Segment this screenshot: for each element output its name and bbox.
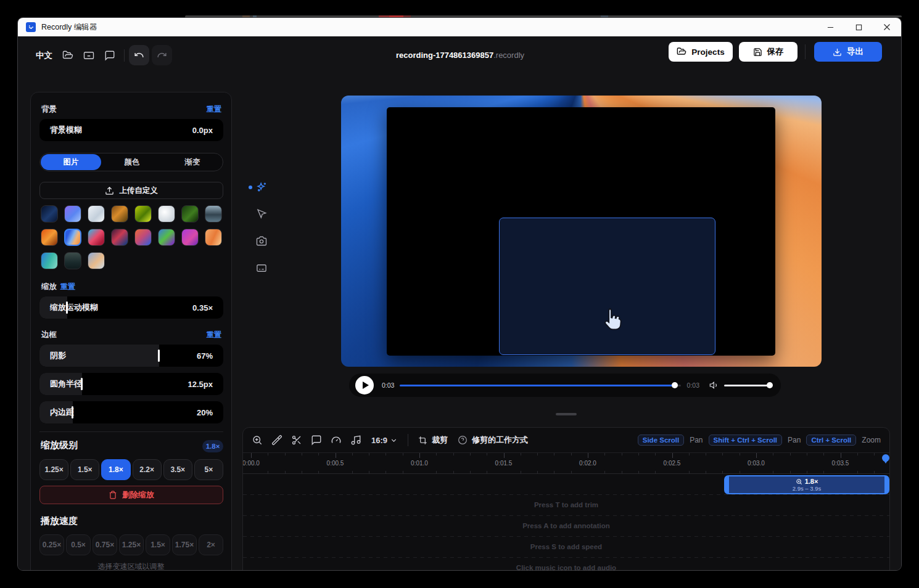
background-thumbnail-9[interactable] [41, 229, 58, 246]
playback-speed-option-0.75×[interactable]: 0.75× [93, 534, 117, 555]
annotation-track[interactable]: Press A to add annotation [243, 515, 889, 536]
upload-custom-button[interactable]: 上传自定义 [39, 182, 223, 199]
playback-speed-option-1.75×[interactable]: 1.75× [172, 534, 197, 555]
magic-wand-icon[interactable] [271, 435, 282, 446]
background-thumbnail-4[interactable] [111, 205, 128, 223]
camera-tool-button[interactable] [256, 235, 268, 248]
corner-radius-slider[interactable]: 圆角半径 12.5px [39, 373, 223, 395]
export-label: 导出 [847, 46, 863, 57]
background-thumbnail-19[interactable] [88, 252, 105, 269]
playback-speed-option-0.25×[interactable]: 0.25× [39, 534, 64, 555]
background-thumbnail-16[interactable] [205, 229, 222, 246]
volume-icon[interactable] [709, 380, 719, 390]
playback-speed-option-1.25×[interactable]: 1.25× [119, 534, 144, 555]
zoom-level-option-2.2×[interactable]: 2.2× [133, 459, 162, 480]
speed-track[interactable]: Press S to add speed [243, 536, 889, 557]
timeline-zoom-in-icon[interactable] [252, 435, 263, 446]
zoom-level-badge: 1.8× [202, 440, 223, 452]
volume-track[interactable] [724, 385, 771, 386]
ruler-major-tick [588, 453, 588, 458]
preview-canvas[interactable] [341, 96, 822, 367]
background-reset-link[interactable]: 重置 [207, 104, 221, 115]
playback-bar: 0:03 0:03 [349, 374, 781, 397]
border-reset-link[interactable]: 重置 [207, 330, 221, 340]
background-blur-slider[interactable]: 背景模糊 0.0px [39, 119, 223, 141]
background-thumbnail-3[interactable] [88, 205, 105, 223]
zoom-region-selection[interactable] [499, 218, 715, 355]
background-thumbnail-18[interactable] [64, 252, 81, 269]
caption-tool-button[interactable] [256, 263, 268, 275]
annotation-track-hint: Press A to add annotation [522, 522, 610, 529]
trim-help-button[interactable]: 修剪的工作方式 [458, 435, 528, 446]
ruler-minor-tick-bottom [874, 471, 875, 473]
zoom-level-option-1.5×[interactable]: 1.5× [70, 459, 99, 480]
progress-track[interactable] [400, 385, 680, 386]
ruler-minor-tick [470, 453, 471, 455]
timeline-playhead[interactable] [882, 454, 889, 462]
zoom-level-option-1.8×[interactable]: 1.8× [101, 459, 130, 480]
playback-speed-option-0.5×[interactable]: 0.5× [66, 534, 91, 555]
ruler-label-0:00.0: 0:00.0 [242, 460, 260, 467]
zoom-level-option-1.25×[interactable]: 1.25× [39, 459, 68, 480]
background-tab-gradient[interactable]: 渐变 [162, 153, 223, 171]
ruler-minor-tick [571, 453, 572, 455]
background-thumbnail-11[interactable] [88, 229, 105, 246]
chevron-down-icon [390, 436, 398, 444]
background-thumbnail-17[interactable] [41, 252, 58, 269]
background-thumbnail-1[interactable] [41, 205, 58, 223]
speed-gauge-icon[interactable] [331, 435, 342, 446]
background-thumbnail-10[interactable] [64, 229, 81, 246]
background-thumbnail-12[interactable] [111, 229, 128, 246]
background-thumbnail-14[interactable] [158, 229, 175, 246]
zoom-motion-blur-slider[interactable]: 缩放运动模糊 0.35× [39, 296, 223, 319]
close-button[interactable] [873, 18, 901, 36]
progress-handle[interactable] [672, 382, 678, 388]
download-icon [833, 47, 842, 57]
scroll-hint-key-1: Shift + Ctrl + Scroll [709, 435, 783, 446]
background-thumbnail-6[interactable] [158, 205, 175, 223]
playback-speed-option-2×[interactable]: 2× [199, 534, 223, 555]
timeline-ruler[interactable]: 0:00.00:00.50:01.00:01.50:02.00:02.50:03… [243, 453, 889, 474]
play-button[interactable] [355, 376, 374, 394]
background-thumbnail-8[interactable] [205, 205, 222, 223]
shadow-slider[interactable]: 阴影 67% [39, 345, 223, 367]
delete-zoom-button[interactable]: 删除缩放 [39, 486, 223, 504]
background-thumbnail-15[interactable] [181, 229, 199, 246]
padding-slider[interactable]: 内边距 20% [39, 401, 223, 423]
background-thumbnail-2[interactable] [64, 205, 81, 223]
zoom-level-option-3.5×[interactable]: 3.5× [163, 459, 192, 480]
maximize-button[interactable] [844, 18, 873, 36]
ruler-minor-tick-bottom [807, 471, 807, 473]
recording-extension: .recordly [493, 51, 524, 60]
minimize-button[interactable] [816, 18, 844, 36]
ai-effects-button[interactable] [255, 181, 268, 194]
cursor-tool-button[interactable] [256, 208, 268, 221]
music-icon[interactable] [350, 435, 361, 446]
timeline-zoom-block[interactable]: 1.8× 2.9s – 3.9s [724, 475, 889, 494]
background-thumbnail-5[interactable] [134, 205, 152, 223]
save-button[interactable]: 保存 [739, 42, 797, 62]
background-thumbnail-13[interactable] [134, 229, 152, 246]
ruler-minor-tick-bottom [318, 471, 319, 473]
export-button[interactable]: 导出 [814, 42, 882, 62]
cut-scissors-icon[interactable] [291, 435, 302, 446]
annotation-icon[interactable] [311, 435, 322, 446]
background-thumbnail-7[interactable] [181, 205, 199, 223]
trim-track[interactable]: Press T to add trim [243, 494, 889, 515]
panel-resize-handle[interactable] [556, 413, 577, 415]
zoom-reset-link[interactable]: 重置 [60, 282, 75, 292]
background-tab-image[interactable]: 图片 [41, 154, 101, 170]
ruler-minor-tick-bottom [453, 471, 454, 473]
app-body: 中文 recording-1774861369857. [18, 36, 902, 571]
audio-track[interactable]: Click music icon to add audio [243, 557, 889, 571]
ruler-minor-tick [857, 453, 858, 455]
recording-video-frame[interactable] [387, 107, 775, 356]
projects-button[interactable]: Projects [669, 42, 733, 62]
crop-button[interactable]: 裁剪 [418, 435, 448, 446]
ruler-major-tick [841, 453, 841, 458]
aspect-ratio-dropdown[interactable]: 16:9 [371, 436, 398, 445]
playback-speed-option-1.5×[interactable]: 1.5× [146, 534, 170, 555]
background-tab-color[interactable]: 颜色 [102, 153, 162, 171]
volume-handle[interactable] [767, 382, 773, 388]
zoom-level-option-5×[interactable]: 5× [194, 459, 223, 480]
